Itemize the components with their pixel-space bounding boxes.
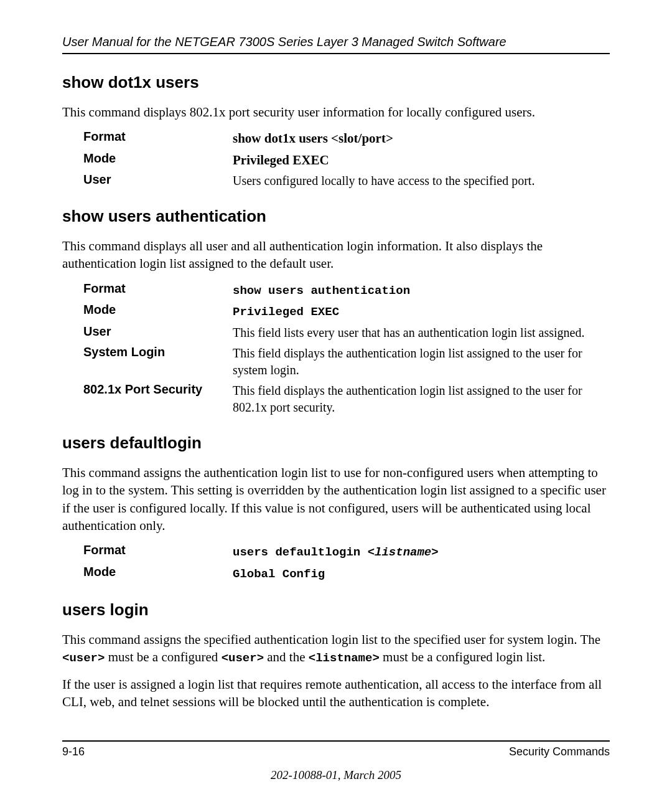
mode-value: Global Config <box>233 567 325 581</box>
footer-divider <box>62 740 610 742</box>
def-value-mode: Privileged EXEC <box>233 303 610 321</box>
definition-table: Format show dot1x users <slot/port> Mode… <box>83 130 610 189</box>
def-label-user: User <box>83 172 233 187</box>
page-number: 9-16 <box>62 745 85 758</box>
def-value-mode: Global Config <box>233 565 610 583</box>
def-label-port-security: 802.1x Port Security <box>83 382 233 397</box>
def-row-user: User Users configured locally to have ac… <box>83 172 610 189</box>
format-command: show dot1x users <slot/port> <box>233 131 393 146</box>
footer-line: 9-16 Security Commands <box>62 745 610 758</box>
format-command: show users authentication <box>233 284 410 298</box>
def-row-format: Format show dot1x users <slot/port> <box>83 130 610 147</box>
running-header: User Manual for the NETGEAR 7300S Series… <box>62 35 610 49</box>
chapter-name: Security Commands <box>509 745 610 758</box>
format-prefix: users defaultlogin <box>233 545 368 559</box>
section-intro-show-dot1x-users: This command displays 802.1x port securi… <box>62 103 610 121</box>
def-value-port-security: This field displays the authentication l… <box>233 382 610 416</box>
def-value-user: This field lists every user that has an … <box>233 324 610 341</box>
page-footer: 9-16 Security Commands 202-10088-01, Mar… <box>62 740 610 782</box>
section-intro-users-defaultlogin: This command assigns the authentication … <box>62 464 610 534</box>
def-label-mode: Mode <box>83 565 233 579</box>
def-label-system-login: System Login <box>83 345 233 359</box>
def-value-format: users defaultlogin <listname> <box>233 543 610 561</box>
def-label-mode: Mode <box>83 151 233 166</box>
users-login-para1: This command assigns the specified authe… <box>62 631 610 667</box>
section-intro-show-users-auth: This command displays all user and all a… <box>62 237 610 273</box>
def-row-mode: Mode Global Config <box>83 565 610 583</box>
page-container: User Manual for the NETGEAR 7300S Series… <box>0 0 672 807</box>
def-row-port-security: 802.1x Port Security This field displays… <box>83 382 610 416</box>
text-a: This command assigns the specified authe… <box>62 632 600 647</box>
def-label-format: Format <box>83 543 233 557</box>
def-row-system-login: System Login This field displays the aut… <box>83 345 610 379</box>
def-label-mode: Mode <box>83 303 233 317</box>
header-divider <box>62 53 610 54</box>
def-row-mode: Mode Privileged EXEC <box>83 303 610 321</box>
section-title-show-users-auth: show users authentication <box>62 207 610 226</box>
section-title-users-defaultlogin: users defaultlogin <box>62 433 610 453</box>
users-login-para2: If the user is assigned a login list tha… <box>62 676 610 711</box>
definition-table: Format users defaultlogin <listname> Mod… <box>83 543 610 582</box>
text-e: and the <box>264 649 309 664</box>
section-title-show-dot1x-users: show dot1x users <box>62 73 610 92</box>
mode-value: Privileged EXEC <box>233 153 329 168</box>
format-arg: <listname> <box>368 545 439 559</box>
def-value-system-login: This field displays the authentication l… <box>233 345 610 379</box>
def-row-user: User This field lists every user that ha… <box>83 324 610 341</box>
mode-value: Privileged EXEC <box>233 305 339 319</box>
section-title-users-login: users login <box>62 600 610 620</box>
def-label-user: User <box>83 324 233 339</box>
def-row-format: Format users defaultlogin <listname> <box>83 543 610 561</box>
inline-listname: <listname> <box>309 651 380 665</box>
def-value-user: Users configured locally to have access … <box>233 172 610 189</box>
def-value-mode: Privileged EXEC <box>233 151 610 169</box>
text-g: must be a configured login list. <box>380 649 546 664</box>
doc-id: 202-10088-01, March 2005 <box>62 768 610 782</box>
def-value-format: show dot1x users <slot/port> <box>233 130 610 147</box>
definition-table: Format show users authentication Mode Pr… <box>83 281 610 416</box>
inline-user-1: <user> <box>62 651 105 665</box>
text-c: must be a configured <box>105 649 221 664</box>
def-value-format: show users authentication <box>233 281 610 300</box>
def-label-format: Format <box>83 281 233 296</box>
def-label-format: Format <box>83 130 233 144</box>
def-row-format: Format show users authentication <box>83 281 610 300</box>
def-row-mode: Mode Privileged EXEC <box>83 151 610 169</box>
inline-user-2: <user> <box>222 651 264 665</box>
